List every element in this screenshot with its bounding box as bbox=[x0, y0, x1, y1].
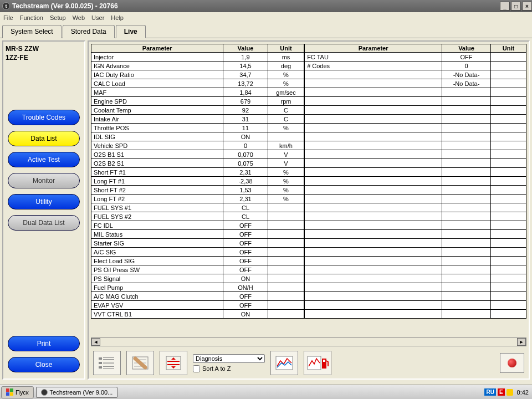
table-row[interactable] bbox=[305, 310, 526, 319]
sort-checkbox[interactable] bbox=[193, 365, 200, 372]
table-row[interactable] bbox=[305, 132, 526, 141]
table-row[interactable]: MAF1,84gm/sec bbox=[91, 88, 304, 97]
table-row[interactable]: Elect Load SIGOFF bbox=[91, 257, 304, 265]
col-parameter-r[interactable]: Parameter bbox=[305, 44, 442, 53]
table-row[interactable] bbox=[305, 88, 526, 97]
table-row[interactable]: Intake Air31C bbox=[91, 115, 304, 124]
table-row[interactable] bbox=[305, 221, 526, 230]
list-view-button[interactable] bbox=[93, 351, 121, 375]
dual-data-list-button[interactable]: Dual Data List bbox=[8, 215, 80, 231]
menu-help[interactable]: Help bbox=[111, 14, 124, 21]
graph2-button[interactable] bbox=[304, 351, 331, 375]
table-row[interactable]: Vehicle SPD0km/h bbox=[91, 141, 304, 150]
table-row[interactable] bbox=[305, 168, 526, 177]
table-row[interactable]: A/C SIGOFF bbox=[91, 248, 304, 257]
col-unit-r[interactable]: Unit bbox=[491, 44, 526, 53]
table-row[interactable]: IAC Duty Ratio34,7% bbox=[91, 70, 304, 79]
table-row[interactable]: Throttle POS11% bbox=[91, 124, 304, 132]
table-row[interactable]: CALC Load13,72% bbox=[91, 79, 304, 88]
table-row[interactable] bbox=[305, 230, 526, 239]
active-test-button[interactable]: Active Test bbox=[8, 152, 80, 167]
tray-shield-icon[interactable] bbox=[507, 389, 513, 396]
table-row[interactable] bbox=[305, 186, 526, 195]
start-button[interactable]: Пуск bbox=[1, 386, 34, 398]
table-row[interactable] bbox=[305, 150, 526, 159]
table-row[interactable]: Fuel PumpON/H bbox=[91, 283, 304, 292]
table-row[interactable]: O2S B1 S10,070V bbox=[91, 150, 304, 159]
table-row[interactable]: MIL StatusOFF bbox=[91, 230, 304, 239]
table-row[interactable]: EVAP VSVOFF bbox=[91, 301, 304, 310]
table-row[interactable] bbox=[305, 274, 526, 283]
table-row[interactable]: Short FT #12,31% bbox=[91, 168, 304, 177]
table-row[interactable]: Coolant Temp92C bbox=[91, 106, 304, 115]
table-row[interactable]: Long FT #22,31% bbox=[91, 195, 304, 203]
monitor-button[interactable]: Monitor bbox=[8, 173, 80, 188]
maximize-button[interactable]: □ bbox=[511, 2, 521, 11]
table-row[interactable] bbox=[305, 177, 526, 186]
table-row[interactable]: # Codes0 bbox=[305, 62, 526, 70]
table-row[interactable] bbox=[305, 292, 526, 301]
graph1-button[interactable] bbox=[270, 351, 298, 375]
trouble-codes-button[interactable]: Trouble Codes bbox=[8, 110, 80, 125]
table-row[interactable]: -No Data- bbox=[305, 79, 526, 88]
table-row[interactable]: IGN Advance14,5deg bbox=[91, 62, 304, 70]
menu-function[interactable]: Function bbox=[20, 14, 43, 21]
menu-web[interactable]: Web bbox=[73, 14, 85, 21]
table-row[interactable] bbox=[305, 97, 526, 106]
print-button[interactable]: Print bbox=[8, 336, 80, 351]
table-row[interactable] bbox=[305, 106, 526, 115]
menu-file[interactable]: File bbox=[3, 14, 13, 21]
table-row[interactable] bbox=[305, 248, 526, 257]
scroll-left-arrow[interactable]: ◄ bbox=[91, 338, 100, 346]
table-row[interactable] bbox=[305, 195, 526, 203]
col-value-r[interactable]: Value bbox=[442, 44, 491, 53]
table-row[interactable]: IDL SIGON bbox=[91, 132, 304, 141]
record-button[interactable] bbox=[500, 353, 524, 373]
table-row[interactable] bbox=[305, 212, 526, 221]
table-row[interactable]: VVT CTRL B1ON bbox=[91, 310, 304, 319]
diagnosis-select[interactable]: Diagnosis bbox=[193, 354, 265, 363]
table-row[interactable]: FC IDLOFF bbox=[91, 221, 304, 230]
table-row[interactable]: Long FT #1-2,38% bbox=[91, 177, 304, 186]
tab-live[interactable]: Live bbox=[116, 25, 146, 38]
table-row[interactable]: FUEL SYS #2CL bbox=[91, 212, 304, 221]
col-value[interactable]: Value bbox=[223, 44, 268, 53]
close-window-button[interactable]: × bbox=[522, 2, 532, 11]
scroll-right-arrow[interactable]: ► bbox=[517, 338, 526, 346]
table-row[interactable]: FUEL SYS #1CL bbox=[91, 203, 304, 212]
horizontal-scrollbar[interactable]: ◄ ► bbox=[91, 337, 526, 346]
table-row[interactable]: FC TAUOFF bbox=[305, 53, 526, 62]
close-button[interactable]: Close bbox=[8, 357, 80, 372]
table-row[interactable] bbox=[305, 257, 526, 265]
sort-checkbox-label[interactable]: Sort A to Z bbox=[193, 365, 265, 372]
table-row[interactable]: O2S B2 S10,075V bbox=[91, 159, 304, 168]
utility-button[interactable]: Utility bbox=[8, 194, 80, 209]
expand-button[interactable] bbox=[160, 351, 187, 375]
col-parameter[interactable]: Parameter bbox=[91, 44, 223, 53]
col-unit[interactable]: Unit bbox=[268, 44, 304, 53]
filter-button[interactable] bbox=[126, 351, 154, 375]
table-row[interactable]: Short FT #21,53% bbox=[91, 186, 304, 195]
tab-system-select[interactable]: System Select bbox=[2, 25, 62, 38]
table-row[interactable] bbox=[305, 159, 526, 168]
table-row[interactable]: PS Oil Press SWOFF bbox=[91, 265, 304, 274]
table-row[interactable] bbox=[305, 301, 526, 310]
data-list-button[interactable]: Data List bbox=[8, 131, 80, 146]
table-row[interactable] bbox=[305, 141, 526, 150]
table-row[interactable] bbox=[305, 265, 526, 274]
table-row[interactable]: Starter SIGOFF bbox=[91, 239, 304, 248]
table-row[interactable] bbox=[305, 203, 526, 212]
table-row[interactable]: Engine SPD679rpm bbox=[91, 97, 304, 106]
table-row[interactable]: PS SignalON bbox=[91, 274, 304, 283]
table-row[interactable] bbox=[305, 115, 526, 124]
tab-stored-data[interactable]: Stored Data bbox=[63, 25, 115, 38]
table-row[interactable] bbox=[305, 239, 526, 248]
table-row[interactable]: A/C MAG ClutchOFF bbox=[91, 292, 304, 301]
tray-e-indicator[interactable]: E bbox=[498, 388, 505, 396]
table-row[interactable] bbox=[305, 283, 526, 292]
minimize-button[interactable]: _ bbox=[500, 2, 510, 11]
table-row[interactable] bbox=[305, 124, 526, 132]
lang-indicator[interactable]: RU bbox=[484, 388, 495, 396]
table-row[interactable]: Injector1,9ms bbox=[91, 53, 304, 62]
menu-user[interactable]: User bbox=[91, 14, 104, 21]
